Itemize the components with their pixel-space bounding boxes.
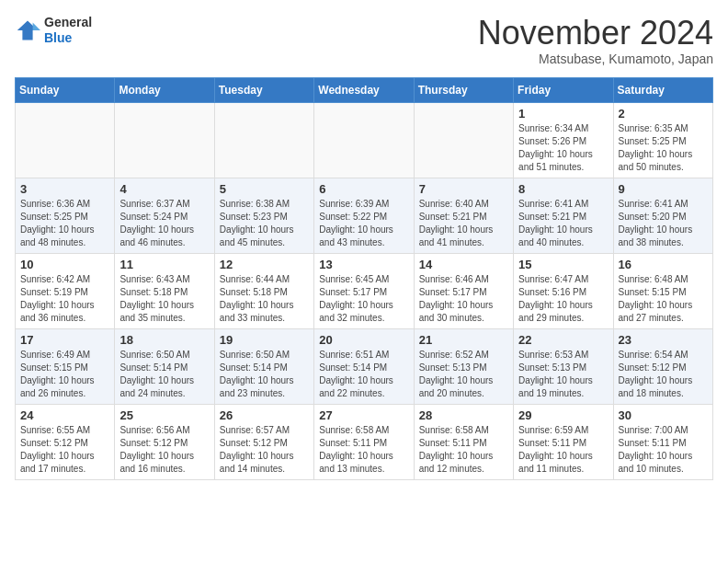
- calendar-cell: 22Sunrise: 6:53 AM Sunset: 5:13 PM Dayli…: [514, 328, 613, 404]
- weekday-header-thursday: Thursday: [414, 77, 513, 102]
- day-number: 9: [619, 182, 708, 196]
- day-info: Sunrise: 6:46 AM Sunset: 5:17 PM Dayligh…: [419, 273, 508, 325]
- calendar-cell: 19Sunrise: 6:50 AM Sunset: 5:14 PM Dayli…: [214, 328, 313, 404]
- calendar-week-row: 17Sunrise: 6:49 AM Sunset: 5:15 PM Dayli…: [16, 328, 713, 404]
- day-number: 27: [319, 408, 408, 422]
- day-number: 21: [419, 333, 508, 347]
- day-number: 15: [518, 258, 608, 271]
- calendar-cell: [414, 102, 513, 178]
- calendar-cell: [115, 102, 214, 178]
- day-number: 28: [419, 408, 508, 422]
- calendar-cell: 5Sunrise: 6:38 AM Sunset: 5:23 PM Daylig…: [214, 178, 313, 253]
- day-info: Sunrise: 6:56 AM Sunset: 5:12 PM Dayligh…: [119, 424, 209, 476]
- calendar-week-row: 24Sunrise: 6:55 AM Sunset: 5:12 PM Dayli…: [16, 404, 713, 479]
- logo: General Blue: [15, 15, 92, 46]
- day-info: Sunrise: 6:59 AM Sunset: 5:11 PM Dayligh…: [518, 424, 608, 476]
- day-info: Sunrise: 6:57 AM Sunset: 5:12 PM Dayligh…: [220, 424, 309, 476]
- calendar-cell: 3Sunrise: 6:36 AM Sunset: 5:25 PM Daylig…: [16, 178, 115, 253]
- day-number: 4: [119, 182, 209, 196]
- weekday-header-monday: Monday: [115, 77, 214, 102]
- day-info: Sunrise: 6:55 AM Sunset: 5:12 PM Dayligh…: [20, 424, 109, 476]
- calendar-cell: 17Sunrise: 6:49 AM Sunset: 5:15 PM Dayli…: [16, 328, 115, 404]
- weekday-header-tuesday: Tuesday: [214, 77, 313, 102]
- day-info: Sunrise: 6:39 AM Sunset: 5:22 PM Dayligh…: [319, 198, 408, 249]
- day-number: 29: [518, 408, 608, 422]
- day-info: Sunrise: 6:49 AM Sunset: 5:15 PM Dayligh…: [20, 349, 109, 400]
- calendar-cell: 9Sunrise: 6:41 AM Sunset: 5:20 PM Daylig…: [613, 178, 712, 253]
- calendar-cell: 26Sunrise: 6:57 AM Sunset: 5:12 PM Dayli…: [214, 404, 313, 479]
- day-number: 10: [20, 258, 109, 271]
- svg-marker-1: [33, 22, 40, 29]
- calendar-cell: 25Sunrise: 6:56 AM Sunset: 5:12 PM Dayli…: [115, 404, 214, 479]
- weekday-header-sunday: Sunday: [16, 77, 115, 102]
- day-info: Sunrise: 6:48 AM Sunset: 5:15 PM Dayligh…: [619, 273, 708, 325]
- day-number: 1: [518, 107, 608, 121]
- calendar-cell: 1Sunrise: 6:34 AM Sunset: 5:26 PM Daylig…: [514, 102, 613, 178]
- logo-general: General: [44, 15, 92, 29]
- day-info: Sunrise: 6:40 AM Sunset: 5:21 PM Dayligh…: [419, 198, 508, 249]
- day-info: Sunrise: 6:41 AM Sunset: 5:20 PM Dayligh…: [619, 198, 708, 249]
- calendar-cell: 7Sunrise: 6:40 AM Sunset: 5:21 PM Daylig…: [414, 178, 513, 253]
- calendar-cell: 30Sunrise: 7:00 AM Sunset: 5:11 PM Dayli…: [613, 404, 712, 479]
- day-number: 16: [619, 258, 708, 271]
- day-info: Sunrise: 6:50 AM Sunset: 5:14 PM Dayligh…: [220, 349, 309, 400]
- day-number: 19: [220, 333, 309, 347]
- calendar-cell: 4Sunrise: 6:37 AM Sunset: 5:24 PM Daylig…: [115, 178, 214, 253]
- day-info: Sunrise: 6:43 AM Sunset: 5:18 PM Dayligh…: [119, 273, 209, 325]
- calendar-cell: 18Sunrise: 6:50 AM Sunset: 5:14 PM Dayli…: [115, 328, 214, 404]
- calendar-week-row: 3Sunrise: 6:36 AM Sunset: 5:25 PM Daylig…: [16, 178, 713, 253]
- calendar-cell: 28Sunrise: 6:58 AM Sunset: 5:11 PM Dayli…: [414, 404, 513, 479]
- day-info: Sunrise: 6:36 AM Sunset: 5:25 PM Dayligh…: [20, 198, 109, 249]
- calendar-cell: 2Sunrise: 6:35 AM Sunset: 5:25 PM Daylig…: [613, 102, 712, 178]
- day-info: Sunrise: 6:37 AM Sunset: 5:24 PM Dayligh…: [119, 198, 209, 249]
- calendar-cell: 14Sunrise: 6:46 AM Sunset: 5:17 PM Dayli…: [414, 253, 513, 328]
- day-info: Sunrise: 6:52 AM Sunset: 5:13 PM Dayligh…: [419, 349, 508, 400]
- calendar-cell: 15Sunrise: 6:47 AM Sunset: 5:16 PM Dayli…: [514, 253, 613, 328]
- day-number: 7: [419, 182, 508, 196]
- logo-blue: Blue: [44, 30, 72, 45]
- calendar-cell: 24Sunrise: 6:55 AM Sunset: 5:12 PM Dayli…: [16, 404, 115, 479]
- weekday-header-row: SundayMondayTuesdayWednesdayThursdayFrid…: [16, 77, 713, 102]
- day-info: Sunrise: 6:58 AM Sunset: 5:11 PM Dayligh…: [419, 424, 508, 476]
- calendar-cell: 10Sunrise: 6:42 AM Sunset: 5:19 PM Dayli…: [16, 253, 115, 328]
- month-title: November 2024: [478, 15, 713, 52]
- day-info: Sunrise: 6:53 AM Sunset: 5:13 PM Dayligh…: [518, 349, 608, 400]
- calendar-cell: 23Sunrise: 6:54 AM Sunset: 5:12 PM Dayli…: [613, 328, 712, 404]
- calendar-cell: 8Sunrise: 6:41 AM Sunset: 5:21 PM Daylig…: [514, 178, 613, 253]
- day-info: Sunrise: 6:50 AM Sunset: 5:14 PM Dayligh…: [119, 349, 209, 400]
- day-info: Sunrise: 6:41 AM Sunset: 5:21 PM Dayligh…: [518, 198, 608, 249]
- day-number: 11: [119, 258, 209, 271]
- weekday-header-wednesday: Wednesday: [314, 77, 414, 102]
- calendar-cell: [214, 102, 313, 178]
- day-number: 18: [119, 333, 209, 347]
- day-info: Sunrise: 6:44 AM Sunset: 5:18 PM Dayligh…: [220, 273, 309, 325]
- day-info: Sunrise: 6:35 AM Sunset: 5:25 PM Dayligh…: [619, 122, 708, 174]
- day-info: Sunrise: 6:42 AM Sunset: 5:19 PM Dayligh…: [20, 273, 109, 325]
- calendar-cell: 21Sunrise: 6:52 AM Sunset: 5:13 PM Dayli…: [414, 328, 513, 404]
- calendar-cell: [16, 102, 115, 178]
- day-number: 30: [619, 408, 708, 422]
- day-number: 26: [220, 408, 309, 422]
- day-number: 8: [518, 182, 608, 196]
- calendar-cell: 6Sunrise: 6:39 AM Sunset: 5:22 PM Daylig…: [314, 178, 414, 253]
- calendar-cell: [314, 102, 414, 178]
- day-number: 25: [119, 408, 209, 422]
- day-number: 6: [319, 182, 408, 196]
- calendar-week-row: 1Sunrise: 6:34 AM Sunset: 5:26 PM Daylig…: [16, 102, 713, 178]
- weekday-header-saturday: Saturday: [613, 77, 712, 102]
- day-number: 13: [319, 258, 408, 271]
- day-number: 12: [220, 258, 309, 271]
- day-info: Sunrise: 7:00 AM Sunset: 5:11 PM Dayligh…: [619, 424, 708, 476]
- calendar-cell: 20Sunrise: 6:51 AM Sunset: 5:14 PM Dayli…: [314, 328, 414, 404]
- location-subtitle: Matsubase, Kumamoto, Japan: [478, 52, 713, 66]
- day-number: 14: [419, 258, 508, 271]
- day-number: 3: [20, 182, 109, 196]
- day-info: Sunrise: 6:54 AM Sunset: 5:12 PM Dayligh…: [619, 349, 708, 400]
- calendar-week-row: 10Sunrise: 6:42 AM Sunset: 5:19 PM Dayli…: [16, 253, 713, 328]
- day-number: 20: [319, 333, 408, 347]
- weekday-header-friday: Friday: [514, 77, 613, 102]
- day-number: 24: [20, 408, 109, 422]
- calendar-cell: 11Sunrise: 6:43 AM Sunset: 5:18 PM Dayli…: [115, 253, 214, 328]
- page-header: General Blue November 2024 Matsubase, Ku…: [15, 15, 713, 66]
- day-info: Sunrise: 6:58 AM Sunset: 5:11 PM Dayligh…: [319, 424, 408, 476]
